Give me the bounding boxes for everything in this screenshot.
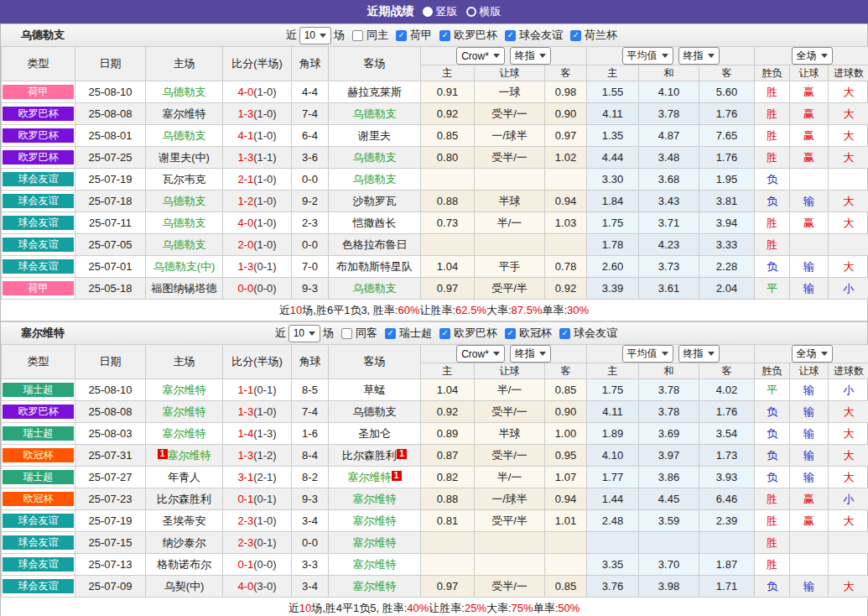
odds-source-select[interactable]: Crow* xyxy=(456,47,505,65)
odds-handicap: 一/球半 xyxy=(475,125,545,147)
avg-away-odds: 1.73 xyxy=(699,445,755,467)
odds-home: 0.89 xyxy=(421,423,475,445)
corner-count: 8-4 xyxy=(292,445,329,467)
col-header-home: 主场 xyxy=(146,47,223,81)
league-filter-checkbox[interactable] xyxy=(505,328,516,339)
result-goals: 小 xyxy=(829,488,868,510)
league-filter-checkbox[interactable] xyxy=(570,30,581,41)
league-filter-checkbox[interactable] xyxy=(439,328,450,339)
recent-count-select[interactable]: 10 xyxy=(288,325,320,342)
halftime-score: (1-2) xyxy=(253,449,276,462)
league-badge: 瑞士超 xyxy=(3,470,74,484)
summary-text: 场,胜6平1负3, 胜率: xyxy=(302,303,398,318)
league-badge: 欧冠杯 xyxy=(3,492,74,506)
summary-value: 50% xyxy=(558,602,580,614)
view-option-horizontal[interactable]: 横版 xyxy=(466,4,502,19)
avg-draw-odds: 3.59 xyxy=(639,510,699,532)
average-stage-select[interactable]: 终指 xyxy=(678,345,720,363)
result-outcome: 胜 xyxy=(755,234,790,256)
avg-home-odds: 3.76 xyxy=(587,576,639,598)
away-team: 色格拉布鲁日 xyxy=(329,234,421,256)
avg-home-odds: 1.35 xyxy=(587,125,639,147)
average-stage-select[interactable]: 终指 xyxy=(678,47,720,65)
odds-handicap xyxy=(475,234,545,256)
odds-home: 0.97 xyxy=(421,576,475,598)
odds-stage-select[interactable]: 终指 xyxy=(510,47,551,65)
away-team-label: 圣加仑 xyxy=(358,427,391,440)
match-date: 25-07-19 xyxy=(75,169,146,191)
result-outcome: 负 xyxy=(755,445,790,467)
average-select[interactable]: 平均值 xyxy=(622,345,673,363)
league-filter-checkbox[interactable] xyxy=(396,30,407,41)
home-team-label: 谢里夫(中) xyxy=(159,151,210,164)
odds-handicap: 受平/半 xyxy=(475,278,545,300)
result-goals: 大 xyxy=(829,103,868,125)
odds-source-select[interactable]: Crow* xyxy=(456,345,505,363)
corner-count: 2-3 xyxy=(292,212,329,234)
result-outcome: 胜 xyxy=(755,147,790,169)
match-row: 球会友谊25-07-19瓦尔韦克2-1(1-0)0-0乌德勒支3.303.681… xyxy=(2,169,868,191)
subcol-result-goals: 进球数 xyxy=(829,363,868,379)
same-venue-checkbox[interactable] xyxy=(352,30,363,41)
odds-home: 1.04 xyxy=(421,256,475,278)
avg-away-odds: 1.87 xyxy=(699,554,755,576)
scope-select[interactable]: 全场 xyxy=(792,345,833,363)
result-handicap xyxy=(790,532,829,554)
fulltime-score: 4-1 xyxy=(237,129,253,142)
league-filter-checkbox[interactable] xyxy=(559,328,570,339)
recent-count-select[interactable]: 10 xyxy=(299,27,331,44)
away-team-label: 乌德勒支 xyxy=(353,282,397,295)
league-badge: 瑞士超 xyxy=(3,383,74,397)
match-row: 瑞士超25-07-27年青人3-1(2-1)8-2塞尔维特10.82半/一1.0… xyxy=(2,467,868,488)
corner-count: 3-3 xyxy=(292,554,329,576)
red-card-icon: 1 xyxy=(158,449,168,459)
result-goals: 大 xyxy=(829,81,868,103)
chevron-down-icon xyxy=(821,54,828,58)
halftime-score: (0-0) xyxy=(253,558,276,571)
league-badge: 欧罗巴杯 xyxy=(3,150,74,164)
odds-home: 0.92 xyxy=(421,401,475,423)
home-team: 1塞尔维特 xyxy=(146,445,223,467)
away-team-label: 塞尔维特 xyxy=(353,536,397,549)
away-team-label: 塞尔维特 xyxy=(353,514,397,527)
league-badge: 球会友谊 xyxy=(3,535,74,550)
result-handicap: 赢 xyxy=(790,125,829,147)
halftime-score: (1-0) xyxy=(253,514,276,527)
odds-handicap xyxy=(475,532,545,554)
fulltime-score: 1-4 xyxy=(237,427,253,440)
avg-home-odds: 3.35 xyxy=(587,554,639,576)
match-date: 25-07-11 xyxy=(75,212,146,234)
fulltime-score: 1-3 xyxy=(237,151,253,164)
match-date: 25-08-08 xyxy=(75,103,146,125)
league-filter-checkbox[interactable] xyxy=(505,30,516,41)
league-cell: 球会友谊 xyxy=(2,554,75,576)
fulltime-score: 4-0 xyxy=(237,86,253,98)
scope-select[interactable]: 全场 xyxy=(792,47,833,65)
home-team: 比尔森胜利 xyxy=(146,488,223,510)
average-select[interactable]: 平均值 xyxy=(622,47,673,65)
league-badge: 欧冠杯 xyxy=(3,448,74,462)
view-option-horizontal-label: 横版 xyxy=(480,4,502,19)
avg-home-odds: 2.60 xyxy=(587,256,639,278)
odds-stage-select[interactable]: 终指 xyxy=(510,345,551,363)
league-filter-checkbox[interactable] xyxy=(439,30,450,41)
radio-unselected-icon xyxy=(466,7,476,17)
result-goals: 大 xyxy=(829,467,868,488)
odds-handicap: 受半/一 xyxy=(475,576,545,598)
result-goals: 小 xyxy=(829,278,868,300)
away-team: 沙勒罗瓦 xyxy=(329,191,421,212)
home-team-label: 塞尔维特 xyxy=(168,449,211,462)
average-group-header: 平均值 终指 xyxy=(587,47,755,65)
chevron-down-icon xyxy=(493,54,500,58)
avg-away-odds: 3.93 xyxy=(699,467,755,488)
league-filter-checkbox[interactable] xyxy=(385,328,396,339)
summary-text: 场,胜4平1负5, 胜率: xyxy=(311,601,407,616)
same-venue-checkbox[interactable] xyxy=(341,328,352,339)
home-team-label: 乌德勒支 xyxy=(163,129,206,142)
league-cell: 球会友谊 xyxy=(2,576,75,598)
view-option-vertical[interactable]: 竖版 xyxy=(423,4,458,19)
league-badge: 球会友谊 xyxy=(3,259,74,274)
match-row: 瑞士超25-08-10塞尔维特1-1(0-1)8-5草蜢1.04半/一0.851… xyxy=(2,379,868,401)
avg-draw-odds: 4.10 xyxy=(639,81,699,103)
home-team-label: 塞尔维特 xyxy=(163,427,206,440)
